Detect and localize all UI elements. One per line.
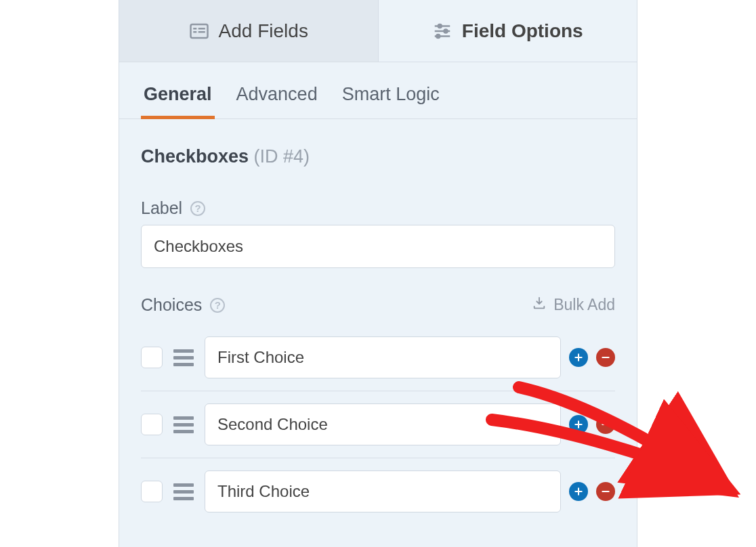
form-fields-icon bbox=[189, 21, 209, 41]
tab-field-options[interactable]: Field Options bbox=[379, 0, 637, 62]
svg-rect-1 bbox=[193, 28, 196, 30]
choice-row bbox=[141, 458, 615, 525]
top-tabs: Add Fields Field Options bbox=[119, 0, 637, 62]
choices-list bbox=[141, 324, 615, 525]
drag-handle-icon[interactable] bbox=[173, 416, 194, 433]
choice-default-checkbox[interactable] bbox=[141, 414, 163, 435]
help-icon[interactable]: ? bbox=[190, 201, 205, 216]
svg-point-6 bbox=[438, 24, 442, 28]
label-input[interactable] bbox=[141, 225, 615, 268]
drag-handle-icon[interactable] bbox=[173, 349, 194, 366]
download-icon bbox=[532, 296, 547, 315]
field-type-label: Checkboxes bbox=[141, 146, 249, 167]
svg-point-8 bbox=[444, 29, 447, 32]
choice-input[interactable] bbox=[205, 403, 561, 445]
choice-row bbox=[141, 324, 615, 391]
help-icon[interactable]: ? bbox=[210, 298, 225, 313]
label-section-title: Label bbox=[141, 198, 182, 218]
remove-choice-button[interactable] bbox=[596, 482, 615, 501]
svg-rect-2 bbox=[198, 28, 205, 30]
sub-tab-smart-logic[interactable]: Smart Logic bbox=[339, 79, 442, 118]
svg-rect-3 bbox=[193, 31, 196, 33]
choice-default-checkbox[interactable] bbox=[141, 347, 163, 368]
choice-input[interactable] bbox=[205, 336, 561, 378]
choices-section-title: Choices bbox=[141, 295, 202, 315]
field-title: Checkboxes (ID #4) bbox=[141, 146, 615, 167]
svg-point-10 bbox=[436, 35, 440, 38]
bulk-add-button[interactable]: Bulk Add bbox=[532, 296, 615, 315]
svg-rect-4 bbox=[198, 31, 205, 33]
add-choice-button[interactable] bbox=[569, 348, 588, 367]
drag-handle-icon[interactable] bbox=[173, 483, 194, 500]
sub-tabs: General Advanced Smart Logic bbox=[119, 62, 637, 119]
field-id-label: (ID #4) bbox=[254, 146, 310, 167]
tab-add-fields[interactable]: Add Fields bbox=[119, 0, 379, 62]
sliders-icon bbox=[432, 21, 453, 41]
sub-tab-general[interactable]: General bbox=[141, 79, 215, 119]
bulk-add-label: Bulk Add bbox=[553, 296, 615, 314]
tab-add-fields-label: Add Fields bbox=[219, 20, 308, 42]
choice-default-checkbox[interactable] bbox=[141, 481, 163, 502]
choice-input[interactable] bbox=[205, 471, 561, 512]
choice-row bbox=[141, 391, 615, 458]
add-choice-button[interactable] bbox=[569, 482, 588, 501]
remove-choice-button[interactable] bbox=[596, 415, 615, 434]
sub-tab-advanced[interactable]: Advanced bbox=[234, 79, 320, 118]
tab-field-options-label: Field Options bbox=[462, 20, 583, 42]
add-choice-button[interactable] bbox=[569, 415, 588, 434]
remove-choice-button[interactable] bbox=[596, 348, 615, 367]
